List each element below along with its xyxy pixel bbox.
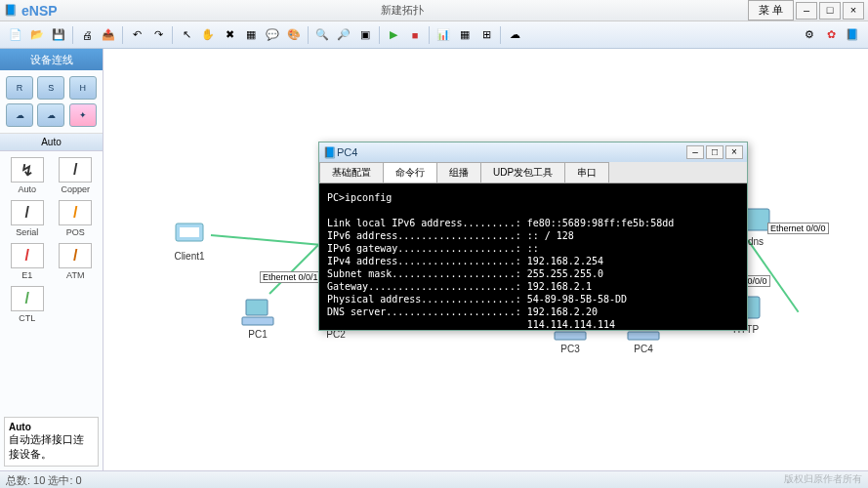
status-count: 总数: 10 选中: 0 xyxy=(6,474,82,486)
node-client1[interactable]: Client1 xyxy=(172,220,207,262)
hand-icon[interactable]: ✋ xyxy=(198,25,218,45)
terminal-output[interactable]: PC>ipconfig Link local IPv6 address.....… xyxy=(319,183,747,330)
fit-icon[interactable]: ▣ xyxy=(355,25,375,45)
app-logo-icon: 📘 xyxy=(4,4,18,17)
maximize-button[interactable]: □ xyxy=(819,2,841,20)
capture-icon[interactable]: 📊 xyxy=(434,25,453,45)
node-label: Client1 xyxy=(172,251,207,262)
port-label: Ethernet 0/0/1 xyxy=(260,271,321,283)
pc4-window[interactable]: 📘 PC4 – □ × 基础配置 命令行 组播 UDP发包工具 串口 PC>ip… xyxy=(318,142,748,331)
link-type-ctl[interactable]: / xyxy=(11,286,44,311)
pc4-titlebar[interactable]: 📘 PC4 – □ × xyxy=(319,142,747,162)
tool1-icon[interactable]: ▦ xyxy=(241,25,261,45)
svg-rect-2 xyxy=(246,300,268,315)
settings-icon[interactable]: ⚙ xyxy=(800,25,819,45)
sidebar: 设备连线 R S H ☁ ☁ ✦ Auto ↯Auto/Copper/Seria… xyxy=(0,49,103,470)
stop-icon[interactable]: ■ xyxy=(405,25,425,45)
link-type-auto[interactable]: ↯ xyxy=(11,157,44,183)
huawei-icon[interactable]: ✿ xyxy=(821,25,841,45)
align-icon[interactable]: ⊞ xyxy=(476,25,496,45)
svg-rect-1 xyxy=(180,227,199,237)
open-icon[interactable]: 📂 xyxy=(27,25,47,45)
arrow-icon[interactable]: ↖ xyxy=(177,25,196,45)
sidebar-header: 设备连线 xyxy=(0,49,103,70)
redo-icon[interactable]: ↷ xyxy=(148,25,168,45)
pc4-tabs: 基础配置 命令行 组播 UDP发包工具 串口 xyxy=(319,162,747,183)
undo-icon[interactable]: ↶ xyxy=(127,25,146,45)
tab-multicast[interactable]: 组播 xyxy=(436,162,481,183)
router-category-icon[interactable]: R xyxy=(6,76,33,100)
switch-category-icon[interactable]: S xyxy=(37,76,64,100)
link-category-icon[interactable]: ✦ xyxy=(69,103,97,127)
menu-button[interactable]: 菜 单 xyxy=(748,0,794,20)
export-icon[interactable]: 📤 xyxy=(99,25,118,45)
tab-basic[interactable]: 基础配置 xyxy=(319,162,384,183)
link-type-pos[interactable]: / xyxy=(59,200,92,225)
tab-udp[interactable]: UDP发包工具 xyxy=(480,162,565,183)
grid-icon[interactable]: ▦ xyxy=(455,25,475,45)
desc-text: 自动选择接口连接设备。 xyxy=(9,433,84,460)
link-label: ATM xyxy=(55,270,98,280)
topology-canvas[interactable]: Client1 PC1 PC2 PC3 PC4 dns HTTP Etherne… xyxy=(103,49,868,470)
desc-title: Auto xyxy=(9,422,31,432)
statusbar: 总数: 10 选中: 0 xyxy=(0,470,868,488)
svg-rect-9 xyxy=(628,332,659,340)
wlan-category-icon[interactable]: H xyxy=(69,76,97,100)
close-button[interactable]: × xyxy=(843,2,864,20)
link-label: Auto xyxy=(6,184,49,194)
link-type-e1[interactable]: / xyxy=(11,243,44,268)
link-label: E1 xyxy=(6,270,49,280)
pc4-close-button[interactable]: × xyxy=(725,145,743,159)
link-label: Copper xyxy=(55,184,98,194)
pc4-icon: 📘 xyxy=(323,146,337,159)
app-name: eNSP xyxy=(21,3,58,19)
text-icon[interactable]: 💬 xyxy=(263,25,282,45)
link-type-grid: ↯Auto/Copper/Serial/POS/E1/ATM/CTL xyxy=(0,151,103,329)
new-icon[interactable]: 📄 xyxy=(6,25,25,45)
link-label: POS xyxy=(55,227,98,237)
minimize-button[interactable]: – xyxy=(796,2,817,20)
device-category-grid: R S H ☁ ☁ ✦ xyxy=(0,70,103,134)
link-label: CTL xyxy=(6,313,49,323)
link-type-atm[interactable]: / xyxy=(59,243,92,268)
watermark: 版权归原作者所有 xyxy=(784,472,862,486)
tab-cli[interactable]: 命令行 xyxy=(383,162,437,183)
cloud-icon[interactable]: ☁ xyxy=(505,25,524,45)
pc4-min-button[interactable]: – xyxy=(686,145,704,159)
svg-rect-7 xyxy=(555,332,586,340)
node-label: PC1 xyxy=(240,329,275,340)
link-type-serial[interactable]: / xyxy=(11,200,44,225)
window-title: 新建拓扑 xyxy=(58,3,748,18)
node-label: PC3 xyxy=(553,344,588,354)
zoomout-icon[interactable]: 🔎 xyxy=(334,25,353,45)
port-label: Ethernet 0/0/0 xyxy=(767,223,829,234)
delete-icon[interactable]: ✖ xyxy=(220,25,239,45)
pc4-max-button[interactable]: □ xyxy=(706,145,723,159)
toolbar: 📄 📂 💾 🖨 📤 ↶ ↷ ↖ ✋ ✖ ▦ 💬 🎨 🔍 🔎 ▣ ▶ ■ 📊 ▦ … xyxy=(0,21,868,49)
svg-rect-3 xyxy=(242,317,273,325)
play-icon[interactable]: ▶ xyxy=(384,25,403,45)
zoomin-icon[interactable]: 🔍 xyxy=(312,25,332,45)
help-icon[interactable]: 📘 xyxy=(843,25,862,45)
save-icon[interactable]: 💾 xyxy=(49,25,68,45)
cloud-category-icon[interactable]: ☁ xyxy=(6,103,33,127)
tab-serial[interactable]: 串口 xyxy=(564,162,609,183)
auto-header: Auto xyxy=(0,134,103,151)
pc4-title: PC4 xyxy=(337,146,684,158)
description-box: Auto 自动选择接口连接设备。 xyxy=(4,417,99,467)
link-type-copper[interactable]: / xyxy=(59,157,92,183)
node-label: PC4 xyxy=(626,344,661,354)
node-pc1[interactable]: PC1 xyxy=(240,298,275,340)
link-label: Serial xyxy=(6,227,49,237)
titlebar: 📘 eNSP 新建拓扑 菜 单 – □ × xyxy=(0,0,868,21)
palette-icon[interactable]: 🎨 xyxy=(284,25,304,45)
print-icon[interactable]: 🖨 xyxy=(77,25,97,45)
firewall-category-icon[interactable]: ☁ xyxy=(37,103,64,127)
